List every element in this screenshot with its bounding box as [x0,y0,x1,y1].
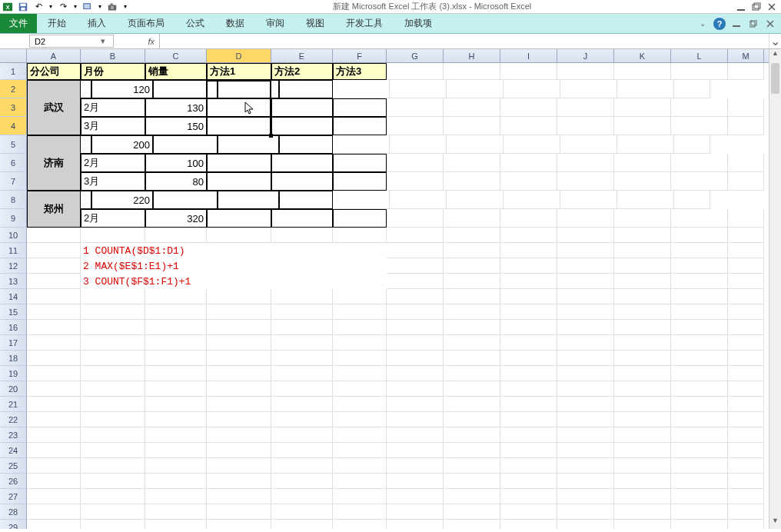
cell[interactable] [728,98,764,117]
cell[interactable] [81,427,145,443]
cell[interactable] [674,80,710,98]
cell[interactable] [444,63,500,80]
cell[interactable]: 120 [91,80,153,98]
cell[interactable] [145,304,207,320]
cell[interactable] [387,489,444,504]
cell[interactable] [387,243,444,258]
cell[interactable] [333,381,387,397]
cell[interactable] [333,412,387,427]
cell[interactable] [153,135,218,154]
cell[interactable] [614,304,671,320]
cell[interactable] [500,228,557,243]
cell[interactable] [27,274,81,289]
cell[interactable] [557,243,614,258]
cell[interactable] [728,520,764,529]
cell[interactable] [614,228,671,243]
cell[interactable] [207,289,271,304]
cell[interactable] [728,412,764,427]
cell[interactable] [671,63,728,80]
row-header[interactable]: 20 [0,381,27,397]
file-tab[interactable]: 文件 [0,14,37,33]
tab-dev[interactable]: 开发工具 [335,14,394,33]
cell[interactable] [671,520,728,529]
cell[interactable] [500,172,557,191]
cell[interactable] [145,366,207,381]
cell[interactable] [557,397,614,412]
cell[interactable] [271,289,333,304]
cell[interactable] [557,443,614,458]
cell[interactable]: 3月 [81,172,145,191]
cell[interactable]: 2月 [81,154,145,172]
cell[interactable] [671,504,728,520]
cell[interactable] [207,427,271,443]
cell[interactable] [444,397,500,412]
cell[interactable] [387,274,444,289]
cell[interactable] [614,520,671,529]
cell[interactable]: 1 COUNTA($D$1:D1) [81,243,387,258]
cell[interactable] [271,397,333,412]
cell[interactable]: 济南 [27,135,81,191]
cell[interactable] [207,154,271,172]
cell[interactable] [271,381,333,397]
cell[interactable]: 郑州 [27,191,81,228]
cell[interactable] [333,443,387,458]
cell[interactable] [671,427,728,443]
cell[interactable] [444,335,500,351]
cell[interactable] [81,304,145,320]
cell[interactable] [387,412,444,427]
cell[interactable]: 分公司 [27,63,81,80]
cell[interactable] [333,489,387,504]
cell[interactable] [271,443,333,458]
cell[interactable] [671,258,728,274]
cell[interactable] [333,520,387,529]
cell[interactable] [387,366,444,381]
cell[interactable] [387,335,444,351]
doc-close-icon[interactable] [764,18,776,30]
cell[interactable] [218,191,279,209]
cell[interactable] [500,243,557,258]
cell[interactable] [674,135,710,154]
cell[interactable] [444,443,500,458]
cell[interactable] [728,335,764,351]
cell[interactable] [557,258,614,274]
cell[interactable] [387,228,444,243]
cell[interactable] [271,117,333,135]
cell[interactable] [500,427,557,443]
cell[interactable] [271,154,333,172]
cell[interactable] [27,366,81,381]
cell[interactable] [333,191,390,209]
cell[interactable] [557,520,614,529]
cell[interactable] [557,335,614,351]
cell[interactable] [728,489,764,504]
cell[interactable] [271,489,333,504]
cell[interactable] [671,489,728,504]
cell[interactable] [614,366,671,381]
qat-more-icon[interactable]: ▾ [121,1,129,13]
cell[interactable] [387,427,444,443]
col-header-m[interactable]: M [728,49,764,62]
cell[interactable] [81,443,145,458]
cell[interactable] [145,458,207,474]
cell[interactable] [387,381,444,397]
cell[interactable] [614,443,671,458]
cell[interactable] [333,172,387,191]
cell[interactable] [387,397,444,412]
cell[interactable] [503,80,560,98]
cell[interactable] [27,351,81,366]
cell[interactable] [447,135,503,154]
cell[interactable] [557,320,614,335]
cell[interactable] [671,304,728,320]
cell[interactable]: 150 [145,117,207,135]
cell[interactable] [271,320,333,335]
col-header-i[interactable]: I [500,49,557,62]
cell[interactable]: 130 [145,98,207,117]
row-header[interactable]: 29 [0,520,27,529]
cell[interactable] [728,443,764,458]
cell[interactable] [333,474,387,489]
cell[interactable] [333,320,387,335]
row-header[interactable]: 12 [0,258,27,274]
cell[interactable] [447,80,503,98]
cell[interactable] [333,289,387,304]
col-header-e[interactable]: E [271,49,333,62]
row-header[interactable]: 1 [0,63,27,80]
